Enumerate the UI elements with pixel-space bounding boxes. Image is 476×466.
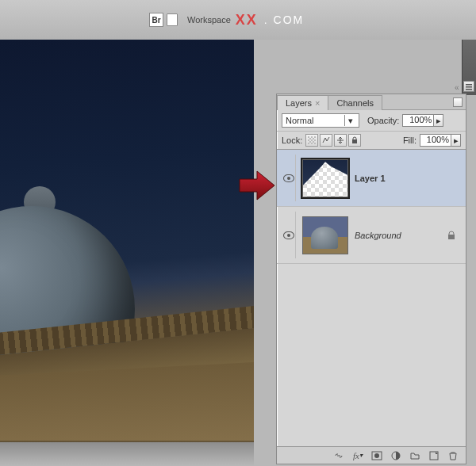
lock-pixels-button[interactable]	[320, 134, 332, 147]
layers-panel-footer: fx▾	[277, 446, 466, 464]
adjustment-layer-button[interactable]	[390, 449, 402, 462]
watermark-x: XX	[236, 12, 258, 29]
svg-marker-3	[240, 171, 274, 200]
lock-position-button[interactable]	[334, 134, 347, 147]
panel-tabs: Layers× Channels	[277, 94, 466, 110]
layer-thumbnail[interactable]	[302, 216, 348, 254]
blend-mode-row: Normal ▾ Opacity: 100% ▸	[277, 110, 466, 132]
lock-label: Lock:	[282, 136, 302, 145]
add-mask-button[interactable]	[370, 449, 383, 462]
opacity-flyout-icon[interactable]: ▸	[434, 114, 443, 127]
visibility-toggle-icon[interactable]	[283, 174, 294, 182]
svg-rect-4	[308, 136, 316, 144]
svg-rect-1	[466, 86, 472, 88]
panel-dock-icon[interactable]	[463, 81, 474, 92]
lock-indicator-icon	[447, 231, 456, 240]
layer-thumbnail[interactable]	[302, 159, 348, 197]
link-layers-button[interactable]	[332, 449, 345, 462]
opacity-field[interactable]: 100%	[402, 114, 434, 127]
callout-arrow-icon	[238, 170, 276, 201]
tab-layers-label: Layers	[286, 98, 312, 108]
delete-layer-button[interactable]	[447, 449, 459, 462]
tab-close-icon[interactable]: ×	[315, 98, 320, 108]
layers-list: Layer 1 Background	[277, 150, 466, 419]
panel-collapse-icon[interactable]: «	[455, 83, 463, 91]
layer-fx-button[interactable]: fx▾	[351, 449, 364, 462]
lock-transparency-button[interactable]	[305, 134, 318, 147]
blend-mode-value: Normal	[286, 116, 313, 125]
workspace-label: Workspace	[187, 15, 231, 25]
tab-layers[interactable]: Layers×	[277, 95, 328, 110]
blend-mode-select[interactable]: Normal ▾	[282, 113, 359, 128]
app-top-bar: Br Workspace XX . COM	[0, 0, 476, 40]
layer-name[interactable]: Background	[355, 231, 401, 240]
visibility-toggle-icon[interactable]	[283, 231, 294, 239]
tab-channels[interactable]: Channels	[328, 95, 382, 110]
opacity-label: Opacity:	[367, 116, 399, 125]
layer-row[interactable]: Layer 1	[277, 150, 466, 207]
image-wall	[0, 361, 254, 442]
bridge-button[interactable]: Br	[149, 13, 163, 27]
lock-row: Lock: Fill: 100% ▸	[277, 132, 466, 150]
layers-panel: « Layers× Channels Normal ▾ Opacity: 100…	[276, 94, 466, 464]
fill-label: Fill:	[403, 136, 416, 145]
new-layer-button[interactable]	[428, 449, 440, 462]
document-canvas[interactable]	[0, 40, 254, 442]
panel-menu-icon[interactable]	[453, 97, 463, 107]
fill-field[interactable]: 100%	[420, 134, 451, 147]
svg-rect-8	[448, 235, 455, 239]
layer-name[interactable]: Layer 1	[355, 174, 386, 183]
lock-all-button[interactable]	[348, 134, 361, 147]
fill-flyout-icon[interactable]: ▸	[451, 134, 461, 147]
svg-rect-2	[466, 89, 472, 90]
watermark-com: . COM	[264, 13, 304, 26]
tab-channels-label: Channels	[336, 98, 373, 108]
svg-point-10	[374, 453, 379, 458]
layer-row[interactable]: Background	[277, 207, 466, 264]
svg-rect-0	[466, 84, 472, 86]
canvas-shadow	[0, 441, 254, 466]
chevron-down-icon: ▾	[344, 115, 355, 126]
svg-rect-7	[352, 139, 357, 143]
new-group-button[interactable]	[409, 449, 421, 462]
document-icon[interactable]	[167, 13, 178, 26]
canvas-image	[0, 40, 254, 442]
